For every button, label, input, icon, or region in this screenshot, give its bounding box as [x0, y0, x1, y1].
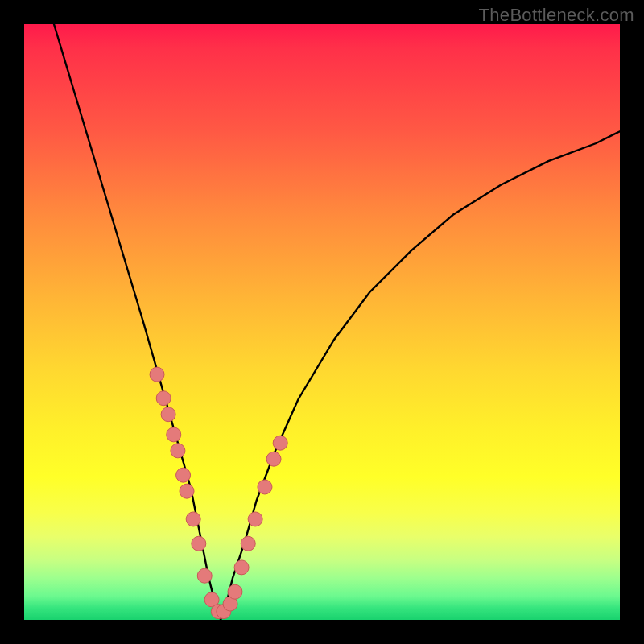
- curve-marker: [192, 536, 206, 551]
- curve-marker: [234, 560, 249, 575]
- curve-markers: [150, 367, 287, 619]
- curve-marker: [266, 452, 281, 466]
- curve-marker: [167, 427, 181, 442]
- bottleneck-curve: [54, 24, 620, 620]
- curve-marker: [197, 568, 212, 583]
- curve-marker: [171, 444, 185, 458]
- curve-marker: [161, 407, 175, 422]
- curve-marker: [241, 536, 255, 551]
- watermark-text: TheBottleneck.com: [479, 5, 634, 26]
- curve-marker: [248, 512, 262, 526]
- outer-frame: TheBottleneck.com: [0, 0, 644, 644]
- curve-marker: [180, 484, 194, 498]
- curve-marker: [186, 512, 200, 526]
- curve-marker: [258, 480, 272, 494]
- curve-marker: [176, 468, 191, 482]
- curve-marker: [150, 367, 164, 382]
- curve-marker: [228, 584, 242, 599]
- plot-area: [24, 24, 620, 620]
- curve-marker: [156, 391, 171, 406]
- chart-svg: [24, 24, 620, 620]
- curve-marker: [273, 436, 287, 450]
